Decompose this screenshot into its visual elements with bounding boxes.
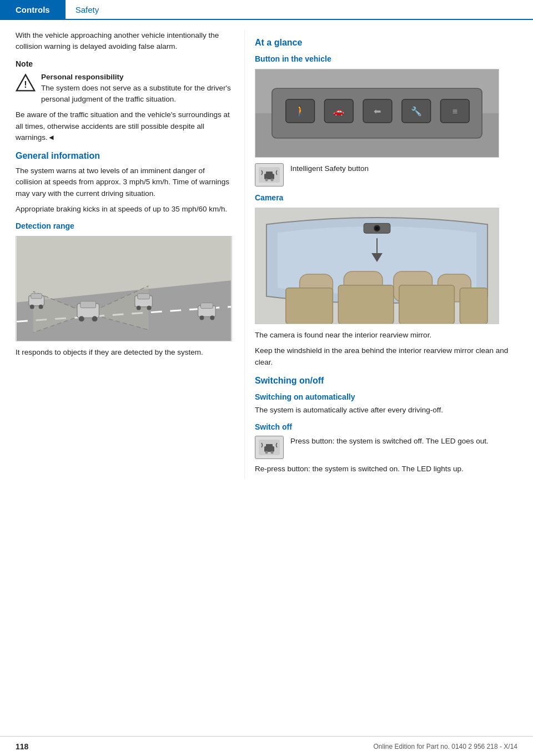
detection-range-text: It responds to objects if they are detec…: [16, 347, 232, 358]
svg-point-13: [79, 316, 84, 321]
svg-rect-12: [81, 301, 96, 308]
svg-point-64: [271, 451, 274, 454]
safety-label: Safety: [76, 5, 99, 14]
detection-range-svg: [16, 236, 232, 341]
button-panel-svg: 🚶 🚗 ⬅ 🔧 ≡: [255, 69, 499, 158]
general-info-text2: Appropriate braking kicks in at speeds o…: [16, 204, 232, 215]
warning-triangle-icon: !: [16, 73, 36, 93]
intelligent-safety-icon: [259, 167, 280, 183]
svg-rect-16: [138, 294, 150, 299]
svg-rect-24: [201, 303, 213, 309]
switching-automatically-subheading: Switching on automatically: [255, 392, 510, 401]
at-a-glance-heading: At a glance: [255, 38, 510, 48]
edition-text: Online Edition for Part no. 0140 2 956 2…: [373, 743, 517, 750]
svg-point-18: [147, 306, 152, 310]
switch-off-text2: Re-press button: the system is switched …: [255, 463, 510, 475]
camera-text2: Keep the windshield in the area behind t…: [255, 345, 510, 368]
svg-rect-43: [266, 172, 273, 175]
page-footer: 118 Online Edition for Part no. 0140 2 9…: [0, 736, 533, 756]
intelligent-safety-label: Intelligent Safety button: [290, 163, 369, 174]
intelligent-safety-row: Intelligent Safety button: [255, 163, 510, 187]
header-controls-tab[interactable]: Controls: [0, 0, 66, 19]
switching-automatically-text: The system is automatically active after…: [255, 405, 510, 416]
svg-point-14: [92, 316, 98, 321]
camera-text1: The camera is found near the interior re…: [255, 330, 510, 341]
svg-text:!: !: [24, 79, 27, 89]
svg-point-25: [200, 315, 204, 320]
switch-off-subheading: Switch off: [255, 422, 510, 431]
note-title: Personal responsibility: [41, 72, 232, 83]
svg-point-26: [210, 315, 214, 320]
main-content: With the vehicle approaching another veh…: [0, 20, 533, 479]
note-warning-text: Be aware of the traffic situation and th…: [16, 109, 232, 143]
note-label: Note: [16, 59, 232, 68]
button-panel-diagram: 🚶 🚗 ⬅ 🔧 ≡: [255, 69, 499, 158]
svg-rect-59: [460, 288, 487, 324]
page-header: Controls Safety: [0, 0, 533, 20]
svg-point-53: [375, 226, 379, 230]
switch-off-icon-box: [255, 436, 284, 459]
svg-text:🚗: 🚗: [333, 106, 344, 117]
svg-point-21: [30, 305, 34, 309]
switch-off-icon: [259, 440, 280, 455]
general-information-heading: General information: [16, 151, 232, 161]
svg-point-22: [39, 305, 43, 309]
button-in-vehicle-heading: Button in the vehicle: [255, 54, 510, 63]
svg-rect-20: [31, 294, 42, 299]
general-info-text1: The system warns at two levels of an imm…: [16, 165, 232, 199]
switch-off-text-block: Press button: the system is switched off…: [290, 436, 489, 447]
svg-point-45: [271, 179, 274, 182]
switching-on-off-heading: Switching on/off: [255, 376, 510, 386]
left-column: With the vehicle approaching another veh…: [0, 30, 244, 479]
camera-heading: Camera: [255, 193, 510, 202]
svg-point-17: [137, 306, 141, 310]
svg-text:≡: ≡: [452, 107, 457, 116]
svg-point-63: [265, 451, 268, 454]
opening-text: With the vehicle approaching another veh…: [16, 30, 232, 53]
note-text-block: Personal responsibility The system does …: [41, 72, 232, 105]
switch-off-text1: Press button: the system is switched off…: [290, 436, 489, 447]
note-box: ! Personal responsibility The system doe…: [16, 72, 232, 105]
svg-text:🚶: 🚶: [294, 105, 307, 117]
svg-rect-57: [338, 285, 394, 324]
camera-diagram: [255, 208, 499, 324]
controls-label: Controls: [16, 5, 50, 14]
svg-text:⬅: ⬅: [374, 107, 381, 116]
detection-range-heading: Detection range: [16, 221, 232, 230]
svg-rect-58: [399, 285, 455, 324]
intelligent-safety-icon-box: [255, 163, 284, 187]
svg-point-44: [265, 179, 268, 182]
svg-rect-62: [266, 444, 273, 448]
right-column: At a glance Button in the vehicle 🚶 🚗: [244, 30, 522, 479]
svg-text:🔧: 🔧: [411, 106, 422, 117]
switch-off-row: Press button: the system is switched off…: [255, 436, 510, 459]
note-body: The system does not serve as a substitut…: [41, 84, 231, 103]
svg-rect-56: [286, 288, 333, 324]
camera-svg: [255, 208, 499, 324]
header-safety-tab[interactable]: Safety: [66, 0, 109, 20]
page-number: 118: [16, 742, 28, 751]
detection-range-diagram: [16, 236, 232, 341]
